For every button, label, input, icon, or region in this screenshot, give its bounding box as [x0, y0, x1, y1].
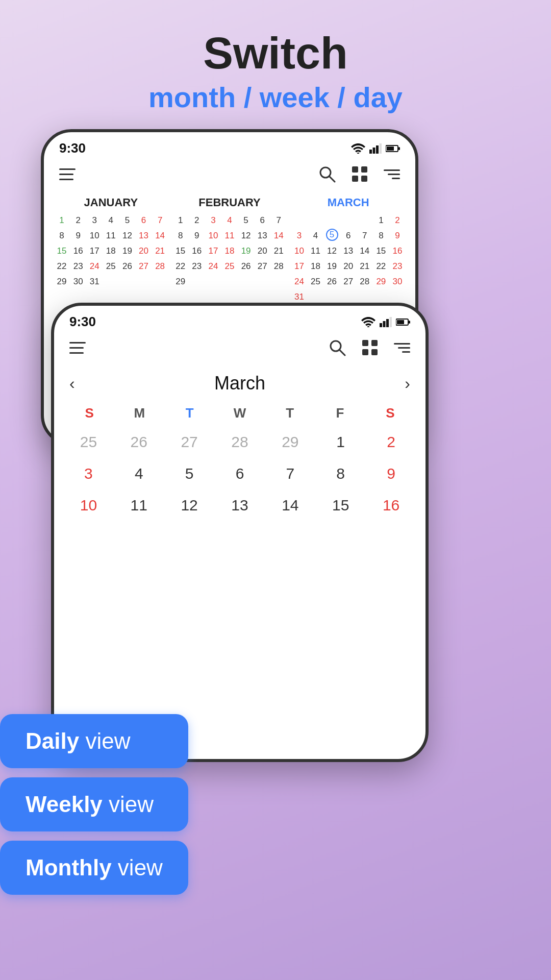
svg-line-23	[339, 350, 345, 355]
svg-rect-24	[362, 340, 368, 346]
weekly-label-normal: view	[103, 792, 154, 817]
svg-rect-21	[409, 321, 410, 324]
cal-cell-6[interactable]: 6	[216, 460, 264, 487]
cal-cell-13[interactable]: 13	[216, 492, 264, 519]
svg-line-9	[329, 176, 335, 182]
svg-rect-15	[380, 323, 382, 327]
monthly-view-button[interactable]: Monthly view	[0, 841, 188, 895]
cal-cell-14[interactable]: 14	[266, 492, 314, 519]
cal-cell-12[interactable]: 12	[165, 492, 214, 519]
svg-rect-13	[361, 176, 367, 182]
january-title: JANUARY	[54, 196, 168, 209]
menu-icon-front[interactable]	[69, 342, 86, 354]
toolbar-front	[54, 334, 425, 364]
svg-point-0	[357, 152, 359, 153]
mini-cal-march: MARCH 1 2 3 4 5 6 7 8 9 10 11 12 13 14 1…	[291, 196, 405, 305]
march-grid: 1 2 3 4 5 6 7 8 9 10 11 12 13 14 15 16 1	[291, 213, 405, 305]
weekday-sat: S	[365, 402, 415, 424]
svg-rect-6	[387, 146, 394, 151]
cal-cell-1[interactable]: 1	[316, 428, 365, 456]
cal-cell-27[interactable]: 27	[165, 428, 214, 456]
cal-cell-25[interactable]: 25	[64, 428, 113, 456]
header-section: Switch month / week / day	[0, 0, 551, 129]
svg-rect-16	[383, 321, 386, 327]
signal-icon	[369, 143, 382, 154]
status-icons-back	[351, 143, 400, 154]
cta-buttons-container: Daily view Weekly view Monthly view	[0, 714, 188, 895]
cal-cell-15[interactable]: 15	[316, 492, 365, 519]
wifi-icon-front	[361, 317, 375, 327]
weekday-fri: F	[315, 402, 365, 424]
weekday-wed: W	[215, 402, 265, 424]
grid-icon-back[interactable]	[351, 165, 368, 183]
january-grid: 1 2 3 4 5 6 7 8 9 10 11 12 13 14 15 16 1	[54, 213, 168, 289]
cal-cell-2[interactable]: 2	[367, 428, 415, 456]
status-bar-front: 9:30	[54, 306, 425, 334]
status-icons-front	[361, 317, 410, 327]
february-title: FEBRUARY	[173, 196, 287, 209]
weekday-tue: T	[165, 402, 215, 424]
toolbar-back	[44, 160, 415, 191]
weekly-view-button[interactable]: Weekly view	[0, 777, 188, 831]
week-row-3: 10 11 12 13 14 15 16	[54, 492, 425, 519]
cal-cell-11[interactable]: 11	[115, 492, 163, 519]
weekly-label-bold: Weekly	[26, 792, 103, 817]
cal-cell-9[interactable]: 9	[367, 460, 415, 487]
svg-rect-7	[398, 147, 400, 150]
phone-front: 9:30	[51, 303, 429, 762]
search-icon-front[interactable]	[329, 339, 346, 356]
monthly-label-normal: view	[112, 855, 163, 880]
status-time-front: 9:30	[69, 314, 96, 330]
svg-rect-3	[376, 145, 379, 154]
svg-rect-17	[386, 319, 389, 327]
svg-rect-26	[362, 349, 368, 355]
svg-point-14	[367, 326, 369, 327]
year-view: JANUARY 1 2 3 4 5 6 7 8 9 10 11 12 13 14	[44, 191, 415, 310]
cal-cell-8-today[interactable]: 8	[316, 460, 365, 487]
cal-cell-3[interactable]: 3	[64, 460, 113, 487]
daily-view-button[interactable]: Daily view	[0, 714, 188, 768]
phones-container: 9:30	[0, 129, 551, 925]
search-icon-back[interactable]	[318, 165, 336, 183]
mini-cal-january: JANUARY 1 2 3 4 5 6 7 8 9 10 11 12 13 14	[54, 196, 168, 305]
wifi-icon	[351, 143, 365, 154]
month-title: March	[214, 373, 265, 394]
cal-cell-29[interactable]: 29	[266, 428, 314, 456]
prev-month-button[interactable]: ‹	[69, 374, 75, 393]
grid-icon-front[interactable]	[361, 339, 379, 356]
battery-icon	[386, 144, 400, 153]
cal-cell-4[interactable]: 4	[115, 460, 163, 487]
cal-cell-7[interactable]: 7	[266, 460, 314, 487]
cal-cell-28[interactable]: 28	[216, 428, 264, 456]
svg-rect-1	[369, 150, 372, 154]
svg-rect-11	[361, 166, 367, 173]
daily-label-normal: view	[79, 728, 130, 753]
toolbar-right-back	[318, 165, 400, 183]
daily-label-bold: Daily	[26, 728, 79, 753]
main-title: Switch	[20, 31, 531, 76]
weekday-sun: S	[64, 402, 114, 424]
week-days-row: S M T W T F S	[54, 402, 425, 424]
february-grid: 1 2 3 4 5 6 7 8 9 10 11 12 13 14 15 16 1	[173, 213, 287, 289]
week-row-1: 25 26 27 28 29 1 2	[54, 428, 425, 456]
signal-icon-front	[380, 317, 392, 327]
svg-rect-10	[352, 166, 358, 173]
menu-icon-back[interactable]	[59, 168, 76, 180]
filter-icon-front[interactable]	[394, 343, 410, 353]
svg-rect-4	[380, 143, 382, 154]
svg-rect-2	[373, 148, 375, 154]
svg-rect-18	[390, 317, 392, 327]
weekday-thu: T	[265, 402, 315, 424]
week-row-2: 3 4 5 6 7 8 9	[54, 460, 425, 487]
svg-rect-25	[371, 340, 378, 346]
status-time-back: 9:30	[59, 140, 86, 156]
cal-cell-10[interactable]: 10	[64, 492, 113, 519]
monthly-label-bold: Monthly	[26, 855, 112, 880]
svg-rect-20	[397, 320, 404, 324]
svg-rect-27	[371, 349, 378, 355]
cal-cell-26[interactable]: 26	[115, 428, 163, 456]
next-month-button[interactable]: ›	[405, 374, 410, 393]
cal-cell-16[interactable]: 16	[367, 492, 415, 519]
filter-icon-back[interactable]	[384, 169, 400, 179]
cal-cell-5[interactable]: 5	[165, 460, 214, 487]
